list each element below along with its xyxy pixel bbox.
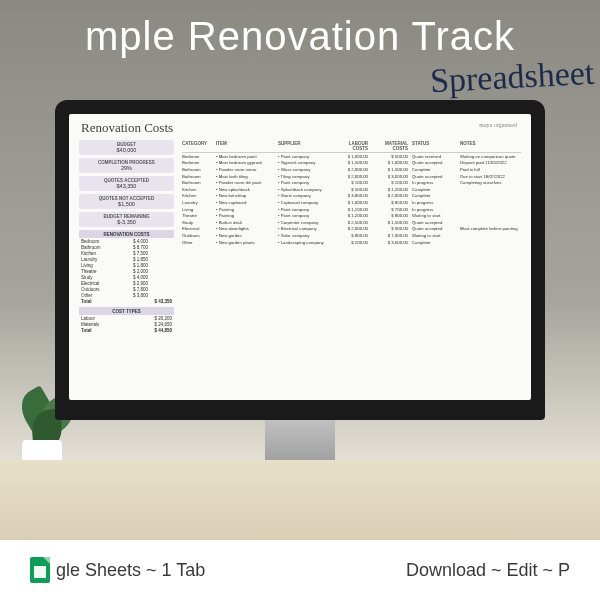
table-row: Bathroom• Main bath tiling• Tiling compa… xyxy=(182,173,521,180)
table-row: Bathroom• Powder room tile paint• Paint … xyxy=(182,179,521,186)
brand-logo: maya organised xyxy=(479,122,517,128)
table-row: Bathroom• Powder room mirror• Glass comp… xyxy=(182,166,521,173)
hero-title: mple Renovation Track xyxy=(0,14,600,59)
product-mockup: mple Renovation Track Spreadsheet Renova… xyxy=(0,0,600,600)
table-row: Other• New garden plants• Landscaping co… xyxy=(182,239,521,246)
table-row: Bedroom• Main bedroom gyprock• Gyprock c… xyxy=(182,160,521,167)
footer-left-text: gle Sheets ~ 1 Tab xyxy=(56,560,205,581)
spreadsheet-screen: Renovation Costs maya organised BUDGET$4… xyxy=(69,114,531,400)
desk-surface xyxy=(0,460,600,540)
table-row: Theatre• Painting• Paint company$ 1,200.… xyxy=(182,212,521,219)
table-row: Living• Painting• Paint company$ 1,100.0… xyxy=(182,206,521,213)
table-row: Study• Built-in desk• Carpenter company$… xyxy=(182,219,521,226)
table-row: Bedroom• Main bedroom paint• Paint compa… xyxy=(182,153,521,160)
sheet-title: Renovation Costs xyxy=(69,114,531,140)
table-row: Outdoors• New garden• Solar company$ 800… xyxy=(182,232,521,239)
footer-bar: gle Sheets ~ 1 Tab Download ~ Edit ~ P xyxy=(0,540,600,600)
data-table: CATEGORY ITEM SUPPLIER LABOUR COSTS MATE… xyxy=(182,140,521,333)
table-row: Laundry• New cupboard• Cupboard company$… xyxy=(182,199,521,206)
table-row: Kitchen• New benchtop• Stone company$ 3,… xyxy=(182,193,521,200)
imac-monitor: Renovation Costs maya organised BUDGET$4… xyxy=(55,100,545,480)
footer-right-text: Download ~ Edit ~ P xyxy=(406,560,570,581)
table-row: Electrical• New downlights• Electrical c… xyxy=(182,226,521,233)
hero-script: Spreadsheet xyxy=(429,54,595,101)
table-row: Kitchen• New splashback• Splashback comp… xyxy=(182,186,521,193)
summary-column: BUDGET$40,000 COMPLETION PROGRESS29% QUO… xyxy=(79,140,174,333)
google-sheets-icon xyxy=(30,557,50,583)
